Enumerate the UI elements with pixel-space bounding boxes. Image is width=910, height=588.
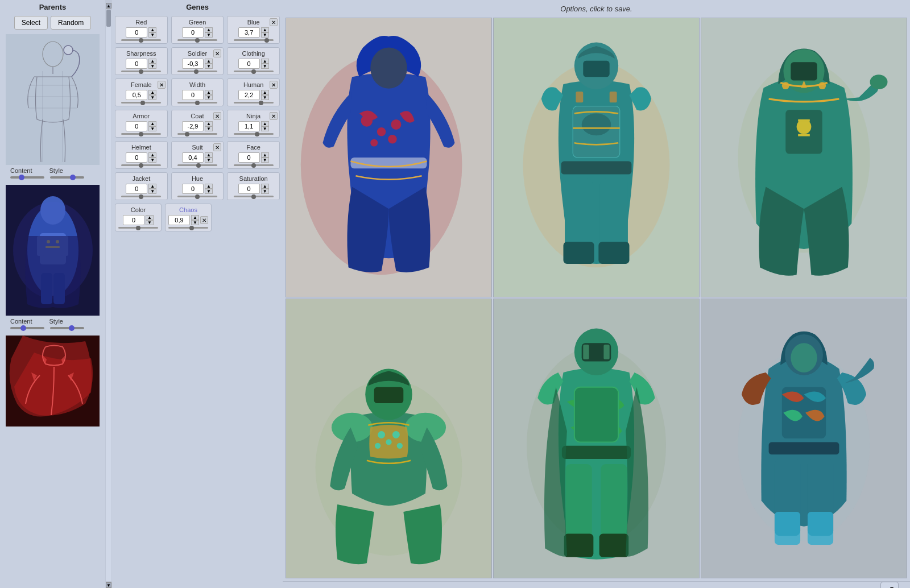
image-cell-1[interactable] (286, 18, 492, 297)
parent-image-1[interactable] (6, 34, 100, 165)
image-cell-3[interactable] (701, 18, 907, 297)
gene-spin-down-red[interactable]: ▼ (148, 32, 156, 38)
gene-spin-up-female[interactable]: ▲ (148, 90, 156, 95)
gene-input-saturation[interactable] (238, 184, 260, 194)
gene-spin-up-hue[interactable]: ▲ (205, 184, 213, 189)
gene-slider-sharpness[interactable] (121, 71, 161, 72)
chaos-close-btn[interactable]: ✕ (200, 216, 208, 224)
gene-spin-down-female[interactable]: ▼ (148, 95, 156, 100)
color-input[interactable] (123, 215, 144, 225)
gene-spin-down-face[interactable]: ▼ (261, 158, 269, 163)
gene-close-soldier[interactable]: ✕ (213, 49, 221, 57)
gene-spin-down-clothing[interactable]: ▼ (261, 64, 269, 69)
image-cell-4[interactable] (286, 299, 492, 578)
gene-spin-down-width[interactable]: ▼ (205, 95, 213, 100)
gene-close-coat[interactable]: ✕ (213, 112, 221, 120)
gene-spin-down-saturation[interactable]: ▼ (261, 189, 269, 194)
gene-input-ninja[interactable] (238, 121, 260, 131)
gene-input-armor[interactable] (126, 121, 147, 131)
card2-style-slider[interactable] (50, 327, 84, 329)
color-slider[interactable] (118, 227, 158, 229)
gene-spin-down-soldier[interactable]: ▼ (205, 64, 213, 69)
gene-spin-up-width[interactable]: ▲ (205, 90, 213, 95)
gene-close-blue[interactable]: ✕ (270, 18, 278, 26)
gene-spin-up-suit[interactable]: ▲ (205, 152, 213, 158)
gene-slider-suit[interactable] (177, 164, 217, 166)
gene-spin-up-saturation[interactable]: ▲ (261, 184, 269, 189)
gene-input-suit[interactable] (182, 152, 204, 163)
gene-slider-soldier[interactable] (177, 71, 217, 72)
gene-slider-coat[interactable] (177, 133, 217, 135)
gene-close-female[interactable]: ✕ (158, 81, 166, 89)
gene-input-red[interactable] (126, 27, 147, 38)
random-button[interactable]: Random (51, 16, 91, 30)
gene-spin-up-soldier[interactable]: ▲ (205, 59, 213, 64)
scroll-down-btn[interactable]: ▼ (106, 582, 111, 588)
gene-input-face[interactable] (238, 152, 260, 163)
card1-content-slider[interactable] (10, 176, 44, 179)
gene-input-clothing[interactable] (238, 59, 260, 69)
gene-input-coat[interactable] (182, 121, 204, 131)
chaos-spin-down[interactable]: ▼ (191, 220, 199, 225)
gene-slider-clothing[interactable] (234, 71, 274, 72)
gene-slider-jacket[interactable] (121, 196, 161, 197)
gene-spin-down-armor[interactable]: ▼ (148, 126, 156, 131)
gene-slider-helmet[interactable] (121, 164, 161, 166)
gene-close-ninja[interactable]: ✕ (270, 112, 278, 120)
gene-slider-green[interactable] (177, 39, 217, 41)
gene-slider-red[interactable] (121, 39, 161, 41)
color-spin-up[interactable]: ▲ (146, 215, 154, 220)
gene-spin-down-ninja[interactable]: ▼ (261, 126, 269, 131)
gene-close-human[interactable]: ✕ (270, 81, 278, 89)
select-button[interactable]: Select (14, 16, 48, 30)
gene-slider-ninja[interactable] (234, 133, 274, 135)
gene-input-hue[interactable] (182, 184, 204, 194)
gene-slider-human[interactable] (234, 102, 274, 103)
gene-spin-down-green[interactable]: ▼ (205, 32, 213, 38)
chaos-input[interactable] (168, 215, 190, 225)
image-cell-6[interactable] (701, 299, 907, 578)
gene-slider-female[interactable] (121, 102, 161, 103)
gene-input-human[interactable] (238, 90, 260, 100)
parent-image-2[interactable] (6, 185, 100, 316)
scroll-up-btn[interactable]: ▲ (106, 3, 111, 9)
gene-slider-armor[interactable] (121, 133, 161, 135)
gene-input-width[interactable] (182, 90, 204, 100)
gene-spin-up-human[interactable]: ▲ (261, 90, 269, 95)
image-cell-2[interactable] (493, 18, 700, 297)
gene-spin-up-red[interactable]: ▲ (148, 27, 156, 32)
gene-spin-down-blue[interactable]: ▼ (261, 32, 269, 38)
gene-spin-up-green[interactable]: ▲ (205, 27, 213, 32)
gene-input-green[interactable] (182, 27, 204, 38)
color-spin-down[interactable]: ▼ (146, 220, 154, 225)
gene-spin-down-helmet[interactable]: ▼ (148, 158, 156, 163)
gene-spin-up-clothing[interactable]: ▲ (261, 59, 269, 64)
chaos-slider[interactable] (168, 227, 208, 229)
gene-slider-saturation[interactable] (234, 196, 274, 197)
parent-image-3[interactable] (6, 336, 100, 426)
gene-spin-down-human[interactable]: ▼ (261, 95, 269, 100)
gene-spin-up-blue[interactable]: ▲ (261, 27, 269, 32)
gene-spin-up-ninja[interactable]: ▲ (261, 121, 269, 126)
gene-spin-up-sharpness[interactable]: ▲ (148, 59, 156, 64)
gene-slider-blue[interactable] (234, 39, 274, 41)
card2-content-slider[interactable] (10, 327, 44, 329)
gene-input-soldier[interactable] (182, 59, 204, 69)
gene-input-female[interactable] (126, 90, 147, 100)
gene-spin-up-armor[interactable]: ▲ (148, 121, 156, 126)
gene-spin-up-face[interactable]: ▲ (261, 152, 269, 158)
gene-spin-down-jacket[interactable]: ▼ (148, 189, 156, 194)
card1-style-slider[interactable] (50, 176, 84, 179)
refresh-button[interactable]: ↺ (880, 582, 899, 588)
gene-input-blue[interactable] (238, 27, 260, 38)
gene-slider-face[interactable] (234, 164, 274, 166)
chaos-spin-up[interactable]: ▲ (191, 215, 199, 220)
gene-input-sharpness[interactable] (126, 59, 147, 69)
gene-slider-width[interactable] (177, 102, 217, 103)
gene-spin-down-hue[interactable]: ▼ (205, 189, 213, 194)
gene-spin-down-sharpness[interactable]: ▼ (148, 64, 156, 69)
image-cell-5[interactable] (493, 299, 700, 578)
gene-input-jacket[interactable] (126, 184, 147, 194)
gene-input-helmet[interactable] (126, 152, 147, 163)
gene-spin-down-suit[interactable]: ▼ (205, 158, 213, 163)
